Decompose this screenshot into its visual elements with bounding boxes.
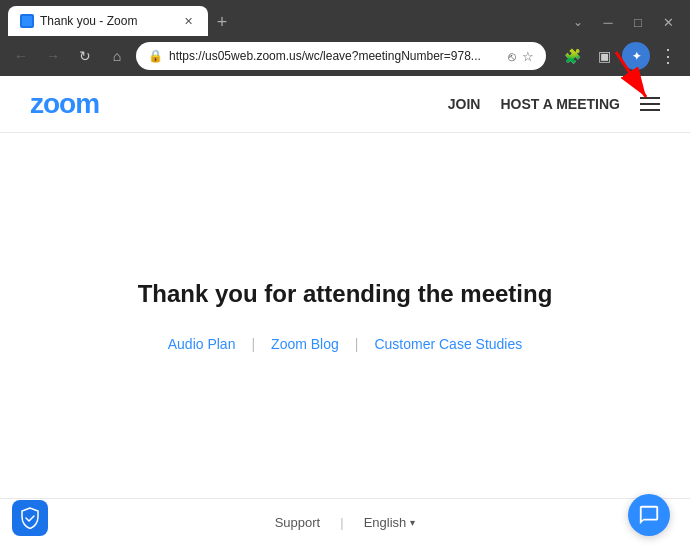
content-links-row: Audio Plan | Zoom Blog | Customer Case S…: [168, 336, 523, 352]
tab-favicon: [20, 14, 34, 28]
url-display: https://us05web.zoom.us/wc/leave?meeting…: [169, 49, 502, 63]
divider-2: |: [355, 336, 359, 352]
main-content-area: Thank you for attending the meeting Audi…: [0, 133, 690, 498]
language-selector[interactable]: English ▾: [364, 515, 416, 530]
maximize-button[interactable]: □: [624, 12, 652, 32]
close-button[interactable]: ✕: [654, 12, 682, 32]
case-studies-link[interactable]: Customer Case Studies: [374, 336, 522, 352]
divider-1: |: [251, 336, 255, 352]
refresh-button[interactable]: ↻: [72, 43, 98, 69]
sidebar-icon[interactable]: ▣: [590, 42, 618, 70]
language-caret: ▾: [410, 517, 415, 528]
thank-you-heading: Thank you for attending the meeting: [138, 280, 553, 308]
share-icon[interactable]: ⎋: [508, 49, 516, 64]
tab-close-button[interactable]: ✕: [180, 13, 196, 29]
forward-button[interactable]: →: [40, 43, 66, 69]
svg-rect-0: [22, 16, 32, 26]
host-link[interactable]: HOST A MEETING: [500, 96, 620, 112]
hamburger-menu[interactable]: [640, 97, 660, 111]
back-button[interactable]: ←: [8, 43, 34, 69]
lock-icon: 🔒: [148, 49, 163, 63]
extensions-icon[interactable]: 🧩: [558, 42, 586, 70]
zoom-logo[interactable]: zoom: [30, 88, 99, 120]
support-link[interactable]: Support: [275, 515, 321, 530]
home-button[interactable]: ⌂: [104, 43, 130, 69]
chat-fab-button[interactable]: [628, 494, 670, 536]
language-label: English: [364, 515, 407, 530]
join-link[interactable]: JOIN: [448, 96, 481, 112]
extension-badge[interactable]: ✦: [622, 42, 650, 70]
minimize-button[interactable]: ─: [594, 12, 622, 32]
footer-divider: |: [340, 515, 343, 530]
security-extension-icon[interactable]: [12, 500, 48, 536]
page-footer: Support | English ▾: [0, 498, 690, 546]
zoom-blog-link[interactable]: Zoom Blog: [271, 336, 339, 352]
audio-plan-link[interactable]: Audio Plan: [168, 336, 236, 352]
chevron-down-icon[interactable]: ⌄: [564, 12, 592, 32]
bookmark-icon[interactable]: ☆: [522, 49, 534, 64]
zoom-navigation: zoom JOIN HOST A MEETING: [0, 76, 690, 133]
tab-title: Thank you - Zoom: [40, 14, 174, 28]
new-tab-button[interactable]: +: [208, 8, 236, 36]
more-options-button[interactable]: ⋮: [654, 42, 682, 70]
